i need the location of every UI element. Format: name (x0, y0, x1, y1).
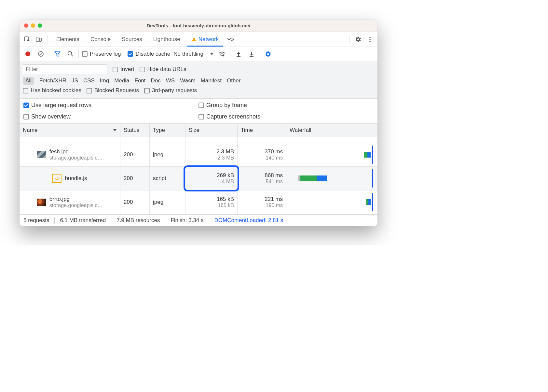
col-size[interactable]: Size (185, 124, 238, 137)
col-waterfall[interactable]: Waterfall (286, 124, 377, 137)
show-overview-checkbox[interactable]: Show overview (23, 113, 199, 120)
panel-tabbar: Elements Console Sources Lighthouse Netw… (20, 32, 377, 47)
filter-toggle-icon[interactable] (52, 49, 62, 59)
request-size: 2.3 MB2.3 MB (185, 143, 238, 166)
status-resources: 7.9 MB resources (111, 217, 165, 224)
filter-type-doc[interactable]: Doc (151, 77, 161, 84)
filter-type-font[interactable]: Font (135, 77, 146, 84)
tab-elements[interactable]: Elements (52, 32, 84, 47)
display-options: Use large request rows Group by frame Sh… (20, 99, 377, 124)
large-request-rows-checkbox[interactable]: Use large request rows (23, 102, 199, 109)
request-status: 200 (120, 167, 150, 190)
request-status: 200 (120, 190, 150, 214)
capture-screenshots-checkbox[interactable]: Capture screenshots (199, 113, 374, 120)
settings-gear-icon[interactable] (353, 35, 363, 44)
throttling-select[interactable]: No throttling (173, 51, 214, 57)
svg-point-6 (369, 39, 371, 40)
resource-type-filters: All Fetch/XHR JS CSS Img Media Font Doc … (23, 76, 374, 86)
filter-type-other[interactable]: Other (227, 77, 241, 84)
script-file-icon: <> (52, 174, 62, 183)
waterfall-cell (286, 190, 377, 214)
svg-line-11 (71, 55, 73, 56)
status-requests: 8 requests (23, 217, 55, 224)
request-name: bundle.js (65, 175, 87, 182)
traffic-lights (24, 23, 42, 28)
request-table-body: fesh.jpg storage.googleapis.c… 200 jpeg … (20, 137, 377, 214)
more-tabs-icon[interactable]: » (225, 35, 235, 44)
svg-point-12 (223, 55, 224, 56)
filter-type-ws[interactable]: WS (166, 77, 175, 84)
filter-bar: Invert Hide data URLs All Fetch/XHR JS C… (20, 61, 377, 99)
tab-lighthouse[interactable]: Lighthouse (149, 32, 185, 47)
svg-rect-3 (194, 38, 194, 40)
filter-type-wasm[interactable]: Wasm (180, 77, 196, 84)
group-by-frame-checkbox[interactable]: Group by frame (199, 102, 374, 109)
col-name[interactable]: Name (20, 124, 120, 137)
clear-button[interactable] (36, 49, 46, 59)
col-time[interactable]: Time (238, 124, 286, 137)
table-row-cutoff (20, 137, 377, 143)
window-title: DevTools - foul-heavenly-direction.glitc… (147, 23, 251, 28)
status-bar: 8 requests 6.1 MB transferred 7.9 MB res… (20, 214, 377, 226)
col-status[interactable]: Status (120, 124, 150, 137)
network-settings-gear-icon[interactable] (263, 49, 273, 59)
svg-rect-1 (36, 37, 39, 41)
request-time: 221 ms190 ms (238, 190, 286, 214)
svg-rect-4 (194, 40, 194, 41)
col-type[interactable]: Type (150, 124, 185, 137)
request-type: jpeg (150, 190, 185, 214)
request-size: 165 kB165 kB (185, 190, 238, 214)
network-conditions-icon[interactable] (217, 49, 227, 59)
file-thumbnail-icon (37, 151, 46, 158)
svg-rect-2 (39, 38, 41, 41)
disable-cache-checkbox[interactable]: Disable cache (128, 51, 170, 57)
table-row[interactable]: fesh.jpg storage.googleapis.c… 200 jpeg … (20, 143, 377, 167)
request-time: 370 ms140 ms (238, 143, 286, 166)
record-button[interactable] (23, 49, 33, 59)
status-transferred: 6.1 MB transferred (55, 217, 111, 224)
zoom-window-dot[interactable] (38, 23, 42, 28)
svg-rect-14 (250, 56, 253, 57)
blocked-requests-checkbox[interactable]: Blocked Requests (87, 87, 139, 94)
dropdown-caret-icon (210, 52, 214, 56)
file-thumbnail-icon (37, 199, 46, 206)
hide-data-urls-checkbox[interactable]: Hide data URLs (140, 66, 186, 73)
status-domcontentloaded: DOMContentLoaded: 2.81 s (209, 217, 289, 224)
upload-har-icon[interactable] (234, 49, 243, 59)
table-row[interactable]: <> bundle.js 200 script 269 kB1.4 MB 868… (20, 167, 377, 190)
waterfall-cell (286, 143, 377, 166)
request-status: 200 (120, 143, 150, 166)
tab-network[interactable]: Network (187, 32, 223, 47)
request-domain: storage.googleapis.c… (49, 155, 103, 161)
filter-type-fetch[interactable]: Fetch/XHR (39, 77, 66, 84)
kebab-menu-icon[interactable] (365, 35, 375, 44)
request-name: fesh.jpg (49, 148, 103, 155)
tab-console[interactable]: Console (86, 32, 115, 47)
invert-checkbox[interactable]: Invert (113, 66, 134, 73)
tab-sources[interactable]: Sources (117, 32, 146, 47)
filter-type-media[interactable]: Media (114, 77, 129, 84)
network-toolbar: Preserve log Disable cache No throttling (20, 47, 377, 61)
has-blocked-cookies-checkbox[interactable]: Has blocked cookies (23, 87, 81, 94)
preserve-log-checkbox[interactable]: Preserve log (82, 51, 121, 57)
table-row[interactable]: brrto.jpg storage.googleapis.c… 200 jpeg… (20, 190, 377, 214)
request-table-header: Name Status Type Size Time Waterfall (20, 124, 377, 137)
request-type: script (150, 167, 185, 190)
svg-point-7 (369, 41, 371, 42)
filter-type-js[interactable]: JS (72, 77, 78, 84)
filter-type-all[interactable]: All (23, 77, 34, 85)
window-titlebar: DevTools - foul-heavenly-direction.glitc… (20, 20, 377, 32)
download-har-icon[interactable] (247, 49, 256, 59)
svg-point-5 (369, 37, 371, 38)
filter-input[interactable] (23, 64, 107, 74)
minimize-window-dot[interactable] (31, 23, 35, 28)
request-name: brrto.jpg (49, 196, 103, 203)
filter-type-manifest[interactable]: Manifest (201, 77, 222, 84)
close-window-dot[interactable] (24, 23, 28, 28)
search-icon[interactable] (65, 49, 75, 59)
third-party-requests-checkbox[interactable]: 3rd-party requests (144, 87, 197, 94)
inspect-icon[interactable] (22, 35, 32, 44)
device-toggle-icon[interactable] (34, 35, 44, 44)
filter-type-css[interactable]: CSS (83, 77, 95, 84)
filter-type-img[interactable]: Img (100, 77, 109, 84)
